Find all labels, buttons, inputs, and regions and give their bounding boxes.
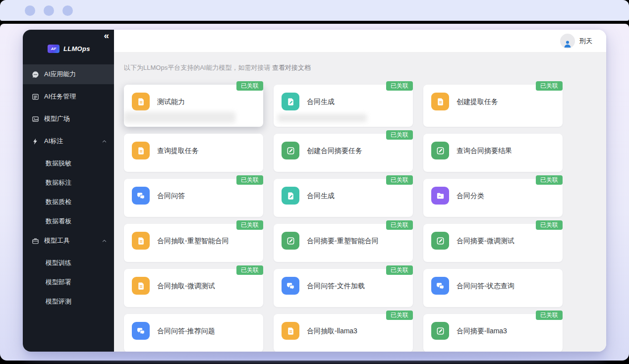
capability-card[interactable]: 已关联合同问答-文件加载 (274, 269, 413, 307)
linked-badge: 已关联 (536, 311, 563, 320)
sidebar-item[interactable]: 模型广场 (23, 109, 114, 129)
chevron-up-icon[interactable] (102, 238, 107, 244)
content-area: 以下为LLMOps平台支持的AI能力模型，如需对接请 查看对接文档 已关联测试能… (114, 52, 606, 352)
document-icon (132, 232, 150, 250)
document-icon (132, 142, 150, 159)
document-edit-icon (282, 93, 299, 110)
sidebar-item-label: 模型工具 (44, 236, 102, 245)
model-plaza-icon (31, 115, 39, 123)
capability-card-title: 合同问答 (157, 187, 185, 205)
sidebar-item[interactable]: AI标注 (23, 131, 114, 151)
sidebar-item-label: AI任务管理 (44, 92, 107, 101)
linked-badge: 已关联 (386, 220, 413, 230)
capability-card[interactable]: 已关联合同摘要-重塑智能合同 (274, 224, 413, 262)
linked-badge: 已关联 (236, 265, 263, 275)
capability-card[interactable]: 合同问答-推荐问题 (124, 314, 263, 352)
sidebar-item-label: AI标注 (44, 137, 102, 146)
capability-card-title: 合同摘要-llama3 (457, 322, 507, 340)
capability-card[interactable]: 已关联合同问答 (124, 179, 263, 217)
blurred-placeholder (124, 112, 235, 123)
description-text: 以下为LLMOps平台支持的AI能力模型，如需对接请 (124, 64, 270, 71)
document-icon (132, 93, 150, 110)
capability-card[interactable]: 查询合同摘要结果 (423, 134, 563, 172)
sidebar-subitem[interactable]: 模型部署 (23, 272, 114, 292)
capability-card[interactable]: 已关联合同抽取-微调测试 (124, 269, 263, 307)
capability-card[interactable]: 合同问答-状态查询 (423, 269, 563, 307)
pencil-icon (282, 232, 299, 250)
lightning-icon (31, 137, 39, 145)
logo: AF LLMOps « (23, 30, 114, 55)
linked-badge: 已关联 (536, 175, 563, 185)
sidebar-item[interactable]: AI应用能力 (23, 64, 114, 84)
page-background: AF LLMOps « AI应用能力AI任务管理模型广场AI标注数据脱敏数据标注… (0, 24, 629, 361)
capability-card-title: 合同问答-状态查询 (457, 277, 515, 295)
sidebar-item[interactable]: 模型工具 (23, 231, 114, 251)
capability-card-title: 合同生成 (307, 93, 335, 110)
chevron-up-icon[interactable] (102, 139, 107, 144)
sidebar-subitem[interactable]: 数据看板 (23, 211, 114, 231)
pencil-icon (431, 142, 449, 159)
header-bar: 刑天 (114, 30, 606, 52)
capability-card-title: 查询合同摘要结果 (457, 142, 512, 159)
linked-badge: 已关联 (386, 265, 413, 275)
linked-badge: 已关联 (236, 175, 263, 185)
main-area: 刑天 以下为LLMOps平台支持的AI能力模型，如需对接请 查看对接文档 已关联… (114, 30, 606, 352)
capability-card[interactable]: 查询提取任务 (124, 134, 263, 172)
window-control-dot[interactable] (44, 5, 54, 16)
capability-card[interactable]: 已关联合同生成 (274, 85, 413, 127)
capability-card[interactable]: 已关联测试能力 (124, 85, 263, 127)
sidebar-item-label: AI应用能力 (44, 70, 107, 79)
capability-card[interactable]: 已关联合同抽取-llama3 (274, 314, 413, 352)
capability-card-title: 查询提取任务 (157, 142, 199, 159)
content-description: 以下为LLMOps平台支持的AI能力模型，如需对接请 查看对接文档 (124, 63, 596, 72)
capability-card-title: 创建合同摘要任务 (307, 142, 362, 159)
capability-card-title: 合同问答-推荐问题 (157, 322, 215, 340)
pencil-icon (431, 322, 449, 340)
username[interactable]: 刑天 (579, 37, 592, 46)
capability-card[interactable]: 已关联合同分类 (423, 179, 563, 217)
toolbox-icon (31, 237, 39, 245)
bottom-glow (20, 354, 610, 360)
capability-card[interactable]: 已关联创建合同摘要任务 (274, 134, 413, 172)
capability-card-title: 合同问答-文件加载 (307, 277, 365, 295)
window-control-dot[interactable] (62, 5, 73, 16)
capability-card-title: 合同分类 (457, 187, 484, 205)
linked-badge: 已关联 (386, 130, 413, 140)
capability-card-title: 合同摘要-微调测试 (457, 232, 515, 250)
capability-card[interactable]: 已关联合同抽取-重塑智能合同 (124, 224, 263, 262)
logo-text: LLMOps (63, 45, 90, 52)
chat-bubbles-icon (431, 277, 449, 295)
capability-card-title: 合同抽取-重塑智能合同 (157, 232, 229, 250)
linked-badge: 已关联 (386, 81, 413, 91)
capability-card-title: 合同生成 (307, 187, 335, 205)
capability-card[interactable]: 已关联创建提取任务 (423, 85, 563, 127)
linked-badge: 已关联 (536, 81, 563, 91)
capability-card[interactable]: 已关联合同摘要-微调测试 (423, 224, 563, 262)
linked-badge: 已关联 (386, 175, 413, 185)
capability-card[interactable]: 已关联合同摘要-llama3 (423, 314, 563, 352)
logo-badge-icon: AF (48, 45, 59, 53)
sidebar-item-label: 模型广场 (44, 114, 107, 123)
linked-badge: 已关联 (236, 220, 263, 230)
sidebar-subitem[interactable]: 数据标注 (23, 173, 114, 192)
capability-card-title: 合同抽取-llama3 (307, 322, 357, 340)
blurred-placeholder (278, 114, 367, 122)
sidebar-subitem[interactable]: 数据质检 (23, 192, 114, 211)
user-avatar[interactable] (560, 34, 575, 49)
sidebar-subitem[interactable]: 模型评测 (23, 292, 114, 311)
sidebar-subitem[interactable]: 数据脱敏 (23, 154, 114, 173)
doc-link[interactable]: 查看对接文档 (272, 64, 311, 71)
sidebar: AF LLMOps « AI应用能力AI任务管理模型广场AI标注数据脱敏数据标注… (23, 30, 114, 352)
message-circle-icon (31, 70, 39, 78)
capability-card[interactable]: 已关联合同生成 (274, 179, 413, 217)
person-icon (563, 39, 572, 49)
sidebar-collapse-icon[interactable]: « (104, 31, 109, 40)
document-edit-icon (282, 187, 299, 205)
app-window: AF LLMOps « AI应用能力AI任务管理模型广场AI标注数据脱敏数据标注… (23, 30, 606, 352)
document-icon (132, 277, 150, 295)
sidebar-nav: AI应用能力AI任务管理模型广场AI标注数据脱敏数据标注数据质检数据看板模型工具… (23, 64, 114, 311)
window-control-dot[interactable] (25, 5, 35, 16)
capability-cards-grid: 已关联测试能力已关联合同生成已关联创建提取任务查询提取任务已关联创建合同摘要任务… (124, 85, 596, 352)
sidebar-item[interactable]: AI任务管理 (23, 87, 114, 106)
sidebar-subitem[interactable]: 模型训练 (23, 253, 114, 272)
